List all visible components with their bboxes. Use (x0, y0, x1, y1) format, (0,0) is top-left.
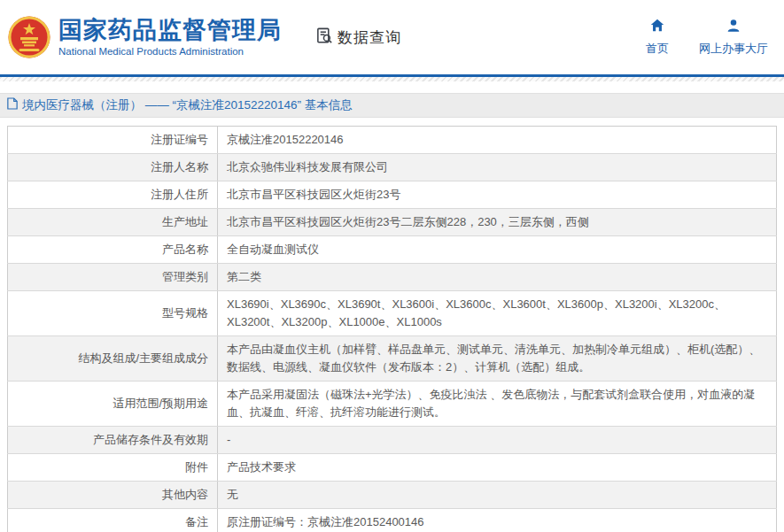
row-value: 京械注准20152220146 (218, 127, 777, 154)
doc-search-icon (315, 27, 334, 49)
table-row: 管理类别 第二类 (8, 264, 777, 291)
row-value: 无 (218, 482, 777, 509)
row-value: 北京众驰伟业科技发展有限公司 (218, 154, 777, 181)
table-row: 备注 原注册证编号：京械注准20152400146 (8, 509, 777, 532)
row-value: XL3690i、XL3690c、XL3690t、XL3600i、XL3600c、… (218, 291, 777, 336)
table-row: 结构及组成/主要组成成分 本产品由凝血仪主机（加样臂、样品盘单元、测试单元、清洗… (8, 336, 777, 382)
table-row: 产品储存条件及有效期 - (8, 427, 777, 454)
home-icon (649, 18, 665, 37)
row-value: 本产品由凝血仪主机（加样臂、样品盘单元、测试单元、清洗单元、加热制冷单元组成）、… (218, 336, 777, 382)
registration-info-table-wrap: 注册证编号 京械注准20152220146 注册人名称 北京众驰伟业科技发展有限… (7, 126, 777, 532)
row-label: 生产地址 (8, 209, 218, 236)
row-label: 注册证编号 (8, 127, 218, 154)
row-label: 产品名称 (8, 236, 218, 264)
table-row: 型号规格 XL3690i、XL3690c、XL3690t、XL3600i、XL3… (8, 291, 777, 336)
row-value: 原注册证编号：京械注准20152400146 (218, 509, 777, 532)
data-query-label: 数据查询 (338, 27, 401, 48)
nav-service-hall[interactable]: 网上办事大厅 (699, 18, 768, 57)
row-value: 第二类 (218, 264, 777, 291)
row-value: 全自动凝血测试仪 (218, 236, 777, 264)
row-label: 适用范围/预期用途 (8, 382, 218, 427)
site-subtitle: National Medical Products Administration (58, 46, 282, 57)
top-nav: 首页 网上办事大厅 (646, 18, 768, 57)
row-label: 注册人住所 (8, 181, 218, 209)
row-label: 结构及组成/主要组成成分 (8, 336, 218, 382)
row-label: 备注 (8, 509, 218, 532)
breadcrumb: 境内医疗器械（注册） —— “京械注准20152220146” 基本信息 (22, 97, 353, 113)
nav-home-label: 首页 (646, 41, 669, 57)
site-title: 国家药品监督管理局 (58, 18, 282, 44)
row-label: 产品储存条件及有效期 (8, 427, 218, 454)
table-row: 附件 产品技术要求 (8, 454, 777, 482)
row-value: 北京市昌平区科技园区火炬街23号 (218, 181, 777, 209)
table-row: 注册人名称 北京众驰伟业科技发展有限公司 (8, 154, 777, 181)
row-label: 型号规格 (8, 291, 218, 336)
document-icon (7, 97, 18, 113)
table-row: 产品名称 全自动凝血测试仪 (8, 236, 777, 264)
user-icon (726, 18, 741, 37)
nav-service-hall-label: 网上办事大厅 (699, 41, 768, 57)
row-label: 其他内容 (8, 482, 218, 509)
row-value: - (218, 427, 777, 454)
table-row: 其他内容 无 (8, 482, 777, 509)
registration-info-table: 注册证编号 京械注准20152220146 注册人名称 北京众驰伟业科技发展有限… (7, 126, 777, 532)
row-value: 产品技术要求 (218, 454, 777, 482)
breadcrumb-bar: 境内医疗器械（注册） —— “京械注准20152220146” 基本信息 (0, 93, 784, 118)
row-value: 北京市昌平区科技园区火炬街23号二层东侧228，230，三层东侧，西侧 (218, 209, 777, 236)
nav-home[interactable]: 首页 (646, 18, 669, 57)
site-header: 国家药品监督管理局 National Medical Products Admi… (0, 0, 784, 74)
table-row: 注册证编号 京械注准20152220146 (8, 127, 777, 154)
hatched-strip (0, 77, 784, 81)
row-value: 本产品采用凝固法（磁珠法+光学法）、免疫比浊法 、发色底物法，与配套试剂盒联合使… (218, 382, 777, 427)
table-row: 生产地址 北京市昌平区科技园区火炬街23号二层东侧228，230，三层东侧，西侧 (8, 209, 777, 236)
row-label: 附件 (8, 454, 218, 482)
table-row: 适用范围/预期用途 本产品采用凝固法（磁珠法+光学法）、免疫比浊法 、发色底物法… (8, 382, 777, 427)
data-query-section: 数据查询 (315, 27, 401, 49)
row-label: 管理类别 (8, 264, 218, 291)
national-emblem-logo (7, 15, 51, 59)
table-row: 注册人住所 北京市昌平区科技园区火炬街23号 (8, 181, 777, 209)
info-table-body: 注册证编号 京械注准20152220146 注册人名称 北京众驰伟业科技发展有限… (8, 127, 777, 532)
row-label: 注册人名称 (8, 154, 218, 181)
brand-block: 国家药品监督管理局 National Medical Products Admi… (58, 18, 282, 58)
